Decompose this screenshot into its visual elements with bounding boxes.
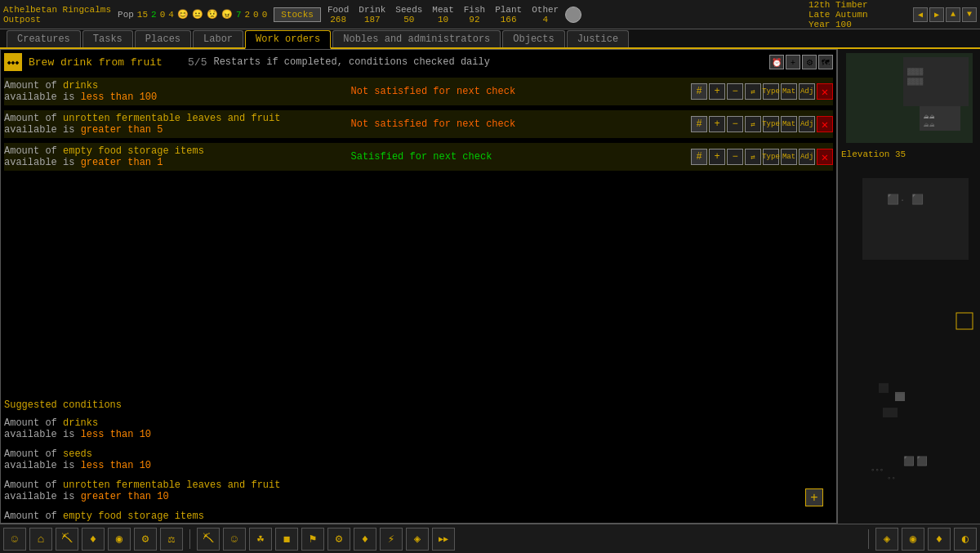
work-order-header: ◆◆◆ Brew drink from fruit 5/5 Restarts i… bbox=[4, 53, 833, 71]
condition-3-status: Satisfied for next check bbox=[345, 151, 692, 163]
cond-2-plus-btn[interactable]: + bbox=[709, 116, 725, 132]
tab-objects[interactable]: Objects bbox=[502, 30, 564, 47]
svg-text:◦◦: ◦◦ bbox=[887, 475, 896, 483]
cond-1-arrows-btn[interactable]: ⇄ bbox=[745, 83, 761, 100]
svg-text:▓▓: ▓▓ bbox=[895, 391, 905, 401]
cond-2-minus-btn[interactable]: − bbox=[727, 116, 743, 132]
bottom-btn-3[interactable]: ⛏ bbox=[56, 528, 78, 551]
bottom-btn-5[interactable]: ◉ bbox=[108, 528, 131, 551]
sug-1-line2: available is less than 10 bbox=[4, 429, 833, 440]
drink-resource: Drink 187 bbox=[359, 5, 385, 25]
condition-2-controls: # + − ⇄ Type Mat Adj ✕ bbox=[691, 116, 833, 132]
order-map-btn[interactable]: 🗺 bbox=[818, 55, 833, 69]
fort-type: Outpost bbox=[3, 15, 111, 25]
cond-2-type-btn[interactable]: Type bbox=[763, 116, 779, 132]
bottom-btn-20[interactable]: ♦ bbox=[928, 528, 951, 551]
cond-1-delete-btn[interactable]: ✕ bbox=[817, 83, 833, 100]
pop-icon-3: 😟 bbox=[207, 9, 218, 20]
minimap-svg: ▓▓▓▓ ▓▓▓▓ ⛰⛰ ⛰⛰ bbox=[838, 49, 980, 147]
bottom-btn-1[interactable]: ☺ bbox=[3, 528, 26, 551]
cond-3-arrows-btn[interactable]: ⇄ bbox=[745, 149, 761, 165]
cond-2-arrows-btn[interactable]: ⇄ bbox=[745, 116, 761, 132]
cond-3-plus-btn[interactable]: + bbox=[709, 149, 725, 165]
bottom-btn-10[interactable]: ☘ bbox=[249, 528, 272, 551]
tab-work-orders[interactable]: Work orders bbox=[245, 30, 331, 49]
suggested-2: Amount of seeds available is less than 1… bbox=[4, 448, 833, 471]
svg-rect-10 bbox=[862, 178, 969, 260]
bottom-btn-21[interactable]: ◐ bbox=[954, 528, 977, 551]
plant-resource: Plant 166 bbox=[495, 5, 522, 25]
cond-1-minus-btn[interactable]: − bbox=[727, 83, 743, 100]
cond-1-mat-btn[interactable]: Mat bbox=[781, 83, 797, 100]
condition-1-status: Not satisfied for next check bbox=[345, 86, 692, 97]
date-line2: Late Autumn bbox=[808, 10, 906, 20]
svg-text:⛰⛰: ⛰⛰ bbox=[924, 114, 935, 120]
bottom-btn-9[interactable]: ☺ bbox=[223, 528, 246, 551]
cond-1-adj-btn[interactable]: Adj bbox=[799, 83, 815, 100]
cond-3-hash-btn[interactable]: # bbox=[691, 149, 707, 165]
ctrl-btn-2[interactable]: ▶ bbox=[929, 7, 944, 22]
tab-justice[interactable]: Justice bbox=[567, 30, 629, 47]
add-condition-button[interactable]: + bbox=[805, 488, 823, 506]
cond-3-type-btn[interactable]: Type bbox=[763, 149, 779, 165]
work-orders-panel: ◆◆◆ Brew drink from fruit 5/5 Restarts i… bbox=[0, 49, 837, 524]
cond-2-adj-btn[interactable]: Adj bbox=[799, 116, 815, 132]
suggested-header: Suggested conditions bbox=[4, 399, 833, 411]
main-area: ◆◆◆ Brew drink from fruit 5/5 Restarts i… bbox=[0, 49, 980, 524]
cond-1-type-btn[interactable]: Type bbox=[763, 83, 779, 100]
bottom-btn-16[interactable]: ◈ bbox=[406, 528, 429, 551]
tab-nobles[interactable]: Nobles and administrators bbox=[332, 30, 501, 47]
condition-row-1: Amount of drinks available is less than … bbox=[4, 78, 833, 105]
bottom-btn-13[interactable]: ⚙ bbox=[327, 528, 350, 551]
bottom-btn-11[interactable]: ◼ bbox=[275, 528, 298, 551]
tab-tasks[interactable]: Tasks bbox=[82, 30, 133, 47]
pop-val-4: 4 bbox=[168, 10, 174, 20]
work-order-icon: ◆◆◆ bbox=[4, 53, 22, 71]
bottom-sep-1 bbox=[189, 529, 190, 549]
cond-1-plus-btn[interactable]: + bbox=[709, 83, 725, 100]
bottom-btn-6[interactable]: ⚙ bbox=[134, 528, 157, 551]
work-order-title: Brew drink from fruit 5/5 bbox=[29, 56, 207, 69]
tab-places[interactable]: Places bbox=[135, 30, 191, 47]
cond-1-hash-btn[interactable]: # bbox=[691, 83, 707, 100]
bottom-btn-17[interactable]: ▶▶ bbox=[432, 528, 455, 551]
sug-3-line1: Amount of unrotten fermentable leaves an… bbox=[4, 479, 833, 491]
order-plus-btn[interactable]: + bbox=[786, 55, 800, 69]
svg-text:◦◦◦: ◦◦◦ bbox=[871, 466, 884, 475]
order-header-icons: ⏰ + ⚙ 🗺 bbox=[769, 55, 833, 69]
bottom-btn-4[interactable]: ♦ bbox=[82, 528, 105, 551]
suggested-3: Amount of unrotten fermentable leaves an… bbox=[4, 479, 833, 502]
cond-3-minus-btn[interactable]: − bbox=[727, 149, 743, 165]
bottom-btn-8[interactable]: ⛏ bbox=[197, 528, 220, 551]
ctrl-btn-3[interactable]: ▲ bbox=[946, 7, 960, 22]
meat-resource: Meat 10 bbox=[432, 5, 453, 25]
svg-text:⬛: ⬛ bbox=[887, 193, 899, 206]
tab-labor[interactable]: Labor bbox=[193, 30, 243, 47]
cond-3-adj-btn[interactable]: Adj bbox=[799, 149, 815, 165]
bottom-btn-2[interactable]: ⌂ bbox=[29, 528, 52, 551]
top-bar: Athelbetan Ringcalms Outpost Pop 15 2 0 … bbox=[0, 0, 980, 29]
bottom-btn-12[interactable]: ⚑ bbox=[301, 528, 324, 551]
bottom-btn-18[interactable]: ◈ bbox=[875, 528, 898, 551]
sug-3-line2: available is greater than 10 bbox=[4, 491, 833, 502]
svg-text:⬛: ⬛ bbox=[903, 455, 915, 466]
food-resource: Food 268 bbox=[327, 5, 349, 25]
bottom-btn-14[interactable]: ♦ bbox=[354, 528, 376, 551]
ctrl-btn-4[interactable]: ▼ bbox=[962, 7, 977, 22]
bottom-btn-15[interactable]: ⚡ bbox=[380, 528, 403, 551]
bottom-btn-7[interactable]: ⚖ bbox=[160, 528, 183, 551]
bottom-btn-19[interactable]: ◉ bbox=[902, 528, 924, 551]
cond-2-hash-btn[interactable]: # bbox=[691, 116, 707, 132]
order-clock-btn[interactable]: ⏰ bbox=[769, 55, 784, 69]
cond-2-mat-btn[interactable]: Mat bbox=[781, 116, 797, 132]
date-line1: 12th Timber bbox=[808, 0, 906, 10]
stocks-button[interactable]: Stocks bbox=[274, 7, 321, 22]
cond-3-delete-btn[interactable]: ✕ bbox=[817, 149, 833, 165]
condition-2-status: Not satisfied for next check bbox=[345, 118, 692, 130]
order-gear-btn[interactable]: ⚙ bbox=[802, 55, 817, 69]
meat-label: Meat bbox=[432, 5, 453, 15]
cond-3-mat-btn[interactable]: Mat bbox=[781, 149, 797, 165]
cond-2-delete-btn[interactable]: ✕ bbox=[817, 116, 833, 132]
ctrl-btn-1[interactable]: ◀ bbox=[913, 7, 928, 22]
tab-creatures[interactable]: Creatures bbox=[7, 30, 81, 47]
